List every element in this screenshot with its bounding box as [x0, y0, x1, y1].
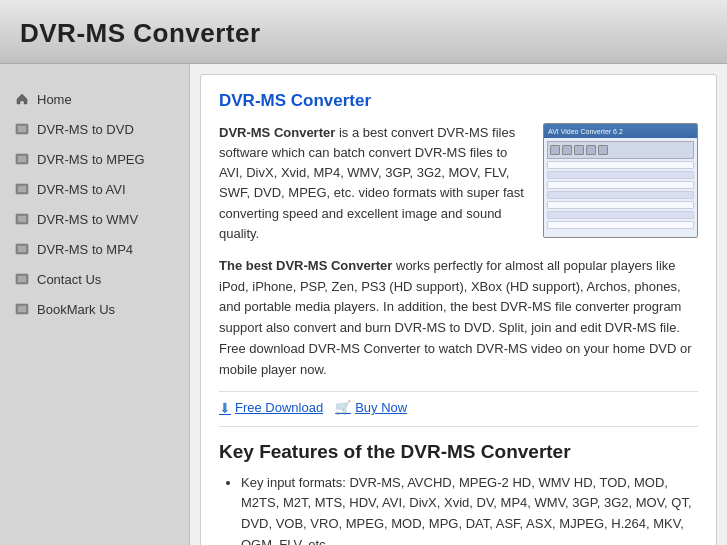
svg-rect-9	[18, 246, 26, 252]
ss-row-4	[547, 191, 694, 199]
main-content: DVR-MS Converter DVR-MS Converter is a b…	[190, 64, 727, 545]
content-heading: DVR-MS Converter	[219, 91, 698, 111]
cart-icon: 🛒	[335, 400, 351, 415]
svg-rect-3	[18, 156, 26, 162]
sidebar-label-bookmark: BookMark Us	[37, 302, 115, 317]
intro-text: DVR-MS Converter is a best convert DVR-M…	[219, 123, 529, 244]
features-section: Key Features of the DVR-MS Converter Key…	[219, 441, 698, 545]
feature-text-0: Key input formats: DVR-MS, AVCHD, MPEG-2…	[241, 475, 692, 545]
ss-row-6	[547, 211, 694, 219]
ss-btn-4	[586, 145, 596, 155]
site-header: DVR-MS Converter	[0, 0, 727, 64]
ss-btn-2	[562, 145, 572, 155]
sidebar-label-home: Home	[37, 92, 72, 107]
features-list: Key input formats: DVR-MS, AVCHD, MPEG-2…	[219, 473, 698, 545]
mp4-icon	[14, 241, 30, 257]
svg-rect-11	[18, 276, 26, 282]
download-icon: ⬇	[219, 400, 231, 416]
svg-rect-5	[18, 186, 26, 192]
sidebar-item-avi[interactable]: DVR-MS to AVI	[0, 174, 189, 204]
description-rest: works perfectly for almost all popular p…	[219, 258, 692, 377]
site-title: DVR-MS Converter	[20, 18, 707, 49]
features-heading: Key Features of the DVR-MS Converter	[219, 441, 698, 463]
ss-btn-3	[574, 145, 584, 155]
mpeg-icon	[14, 151, 30, 167]
content-box: DVR-MS Converter DVR-MS Converter is a b…	[200, 74, 717, 545]
sidebar-item-wmv[interactable]: DVR-MS to WMV	[0, 204, 189, 234]
dvd-icon	[14, 121, 30, 137]
sidebar-item-home[interactable]: Home	[0, 84, 189, 114]
screenshot-titlebar: AVI Video Converter 6.2	[544, 124, 697, 138]
screenshot-title: AVI Video Converter 6.2	[548, 128, 693, 135]
wmv-icon	[14, 211, 30, 227]
sidebar-label-contact: Contact Us	[37, 272, 101, 287]
svg-rect-13	[18, 306, 26, 312]
download-bar: ⬇ Free Download 🛒 Buy Now	[219, 391, 698, 427]
screenshot-toolbar	[547, 141, 694, 159]
sidebar-label-dvd: DVR-MS to DVD	[37, 122, 134, 137]
sidebar-item-mpeg[interactable]: DVR-MS to MPEG	[0, 144, 189, 174]
sidebar-label-mpeg: DVR-MS to MPEG	[37, 152, 145, 167]
intro-bold: DVR-MS Converter	[219, 125, 335, 140]
sidebar: Home DVR-MS to DVD DVR-MS to MPEG	[0, 64, 190, 545]
top-section: DVR-MS Converter is a best convert DVR-M…	[219, 123, 698, 244]
ss-row-7	[547, 221, 694, 229]
ss-row-1	[547, 161, 694, 169]
buynow-label: Buy Now	[355, 400, 407, 415]
screenshot-body	[544, 138, 697, 237]
sidebar-item-contact[interactable]: Contact Us	[0, 264, 189, 294]
download-label: Free Download	[235, 400, 323, 415]
contact-icon	[14, 271, 30, 287]
ss-row-2	[547, 171, 694, 179]
avi-icon	[14, 181, 30, 197]
svg-rect-1	[18, 126, 26, 132]
sidebar-label-wmv: DVR-MS to WMV	[37, 212, 138, 227]
sidebar-label-mp4: DVR-MS to MP4	[37, 242, 133, 257]
main-description: The best DVR-MS Converter works perfectl…	[219, 256, 698, 381]
ss-row-5	[547, 201, 694, 209]
sidebar-item-mp4[interactable]: DVR-MS to MP4	[0, 234, 189, 264]
layout: Home DVR-MS to DVD DVR-MS to MPEG	[0, 64, 727, 545]
sidebar-item-bookmark[interactable]: BookMark Us	[0, 294, 189, 324]
ss-btn-1	[550, 145, 560, 155]
svg-rect-7	[18, 216, 26, 222]
sidebar-item-dvd[interactable]: DVR-MS to DVD	[0, 114, 189, 144]
free-download-link[interactable]: ⬇ Free Download	[219, 400, 323, 416]
sidebar-label-avi: DVR-MS to AVI	[37, 182, 126, 197]
description-bold: The best DVR-MS Converter	[219, 258, 392, 273]
ss-btn-5	[598, 145, 608, 155]
home-icon	[14, 91, 30, 107]
ss-row-3	[547, 181, 694, 189]
feature-item-0: Key input formats: DVR-MS, AVCHD, MPEG-2…	[241, 473, 698, 545]
intro-rest: is a best convert DVR-MS files software …	[219, 125, 524, 241]
bookmark-icon	[14, 301, 30, 317]
software-screenshot: AVI Video Converter 6.2	[543, 123, 698, 238]
buy-now-link[interactable]: 🛒 Buy Now	[335, 400, 407, 415]
